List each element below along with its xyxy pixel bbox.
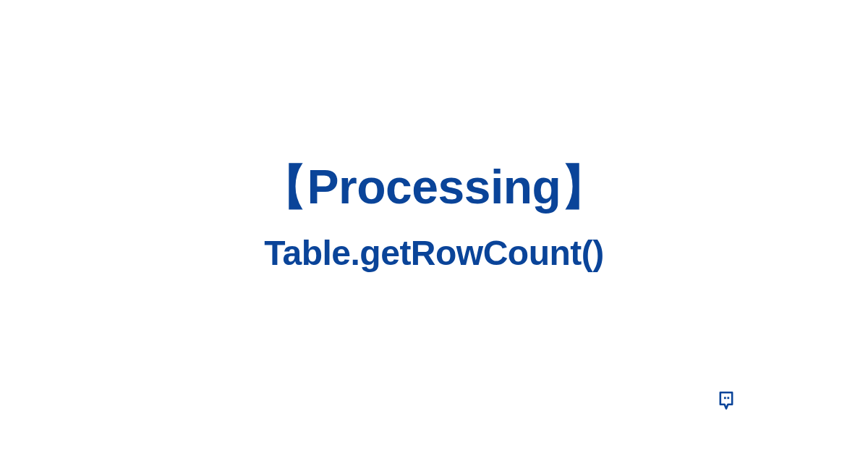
page-title: 【Processing】	[260, 155, 608, 220]
main-content: 【Processing】 Table.getRowCount()	[260, 155, 608, 273]
svg-rect-0	[724, 397, 726, 399]
page-subtitle: Table.getRowCount()	[264, 233, 604, 273]
brand-icon	[716, 391, 736, 411]
svg-rect-1	[727, 397, 729, 399]
